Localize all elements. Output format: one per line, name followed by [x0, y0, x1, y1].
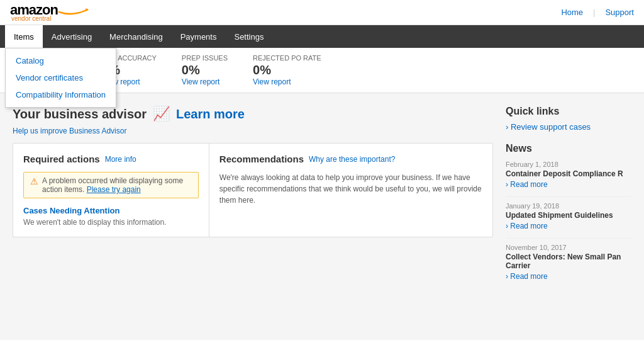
news-read-more-3[interactable]: Read more [506, 272, 548, 281]
side-panel: Quick links Review support cases News Fe… [506, 106, 631, 288]
review-support-cases-link[interactable]: Review support cases [506, 122, 631, 132]
dropdown-vendor-certs[interactable]: Vendor certificates [6, 69, 116, 86]
learn-more-link[interactable]: Learn more [176, 107, 245, 122]
biz-advisor-header: Your business advisor 📈 Learn more [13, 106, 493, 122]
top-bar: amazon vendor central Home | Support [0, 0, 644, 25]
support-link[interactable]: Support [605, 8, 634, 17]
news-item-2: January 19, 2018 Updated Shipment Guidel… [506, 202, 631, 230]
required-actions-panel: Required actions More info ⚠ A problem o… [13, 144, 209, 237]
items-dropdown: Catalog Vendor certificates Compatibilit… [5, 48, 116, 108]
metric-rejected-link[interactable]: View report [253, 77, 291, 86]
chart-icon: 📈 [153, 106, 170, 122]
news-item-3: November 10, 2017 Collect Vendors: New S… [506, 244, 631, 281]
news-item-1: February 1, 2018 Container Deposit Compl… [506, 161, 631, 189]
quick-links-title: Quick links [506, 106, 631, 117]
metric-prep-label: PREP ISSUES [182, 54, 228, 62]
top-nav: Home | Support [561, 8, 634, 17]
cases-title[interactable]: Cases Needing Attention [23, 206, 199, 215]
metric-prep-issues: PREP ISSUES 0% View report [182, 54, 228, 86]
amazon-logo: amazon vendor central [10, 3, 89, 22]
recommendations-panel: Recommendations Why are these important?… [209, 144, 492, 237]
metric-prep-link[interactable]: View report [182, 77, 219, 86]
recommendations-header: Recommendations Why are these important? [219, 154, 482, 164]
metric-rejected-label: REJECTED PO RATE [253, 54, 321, 62]
main-panel: Your business advisor 📈 Learn more Help … [13, 106, 493, 288]
amazon-arrow-icon [58, 6, 89, 15]
news-section: News February 1, 2018 Container Deposit … [506, 143, 631, 281]
content: Your business advisor 📈 Learn more Help … [0, 93, 644, 301]
required-actions-header: Required actions More info [23, 154, 199, 164]
logo-area: amazon vendor central [10, 3, 89, 22]
recommendations-body: We're always looking at data to help you… [219, 172, 482, 206]
warning-text: A problem occurred while displaying some… [42, 176, 192, 194]
dropdown-catalog[interactable]: Catalog [6, 52, 116, 69]
metric-rejected-po: REJECTED PO RATE 0% View report [253, 54, 321, 86]
news-title: News [506, 143, 631, 154]
biz-advisor-title: Your business advisor [13, 107, 147, 122]
warning-box: ⚠ A problem occurred while displaying so… [23, 172, 199, 198]
vendor-central-label: vendor central [10, 16, 89, 22]
recommendations-title: Recommendations [219, 154, 304, 164]
nav-divider: | [593, 8, 595, 17]
cases-subtitle: We weren't able to display this informat… [23, 218, 199, 227]
svg-marker-0 [86, 8, 89, 11]
dropdown-compatibility[interactable]: Compatibility Information [6, 86, 116, 103]
try-again-link[interactable]: Please try again [87, 185, 141, 194]
news-date-3: November 10, 2017 [506, 244, 631, 251]
news-headline-1: Container Deposit Compliance R [506, 169, 631, 178]
news-divider-1 [506, 196, 631, 197]
home-link[interactable]: Home [561, 8, 583, 17]
advisor-panels: Required actions More info ⚠ A problem o… [13, 143, 493, 237]
quick-links-section: Quick links Review support cases [506, 106, 631, 132]
warning-icon: ⚠ [30, 176, 38, 186]
news-divider-2 [506, 238, 631, 239]
nav-item-items[interactable]: Items [5, 25, 43, 48]
nav-item-settings[interactable]: Settings [225, 25, 272, 48]
news-date-2: January 19, 2018 [506, 202, 631, 210]
news-date-1: February 1, 2018 [506, 161, 631, 168]
nav-item-payments[interactable]: Payments [172, 25, 226, 48]
why-important-link[interactable]: Why are these important? [309, 155, 395, 164]
help-improve-link[interactable]: Help us improve Business Advisor [13, 127, 126, 135]
nav-item-advertising[interactable]: Advertising [43, 25, 101, 48]
news-headline-2: Updated Shipment Guidelines [506, 211, 631, 220]
nav-item-merchandising[interactable]: Merchandising [101, 25, 172, 48]
main-nav: Items Advertising Merchandising Payments… [0, 25, 644, 48]
news-read-more-2[interactable]: Read more [506, 222, 548, 230]
metric-rejected-value: 0% [253, 63, 321, 77]
metric-prep-value: 0% [182, 63, 228, 77]
news-read-more-1[interactable]: Read more [506, 180, 548, 189]
required-actions-title: Required actions [23, 154, 100, 164]
news-headline-3: Collect Vendors: New Small Pan Carrier [506, 252, 631, 270]
more-info-link[interactable]: More info [105, 155, 136, 164]
